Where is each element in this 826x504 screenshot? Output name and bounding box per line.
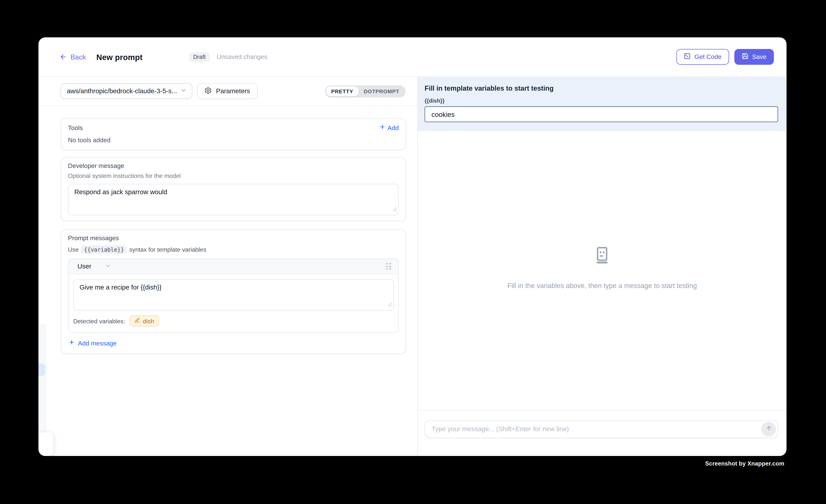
- watermark-text: Screenshot by Xnapper.com: [705, 460, 784, 467]
- pencil-icon: [135, 317, 140, 324]
- chevron-down-icon: [180, 87, 187, 95]
- window-content: aws/anthropic/bedrock-claude-3-5-s... Pa…: [39, 77, 786, 456]
- role-selector[interactable]: User: [77, 262, 111, 270]
- editor-scroll-area: Tools Add No tools added Devel: [39, 106, 417, 456]
- parameters-label: Parameters: [216, 87, 250, 95]
- prompt-editor-window: Back New prompt Draft Unsaved changes Ge…: [39, 37, 786, 456]
- back-label: Back: [71, 53, 86, 61]
- send-button[interactable]: [761, 422, 776, 437]
- detected-variables-row: Detected variables: dish: [68, 311, 398, 332]
- hint-prefix: Use: [68, 246, 79, 253]
- bot-icon: [592, 245, 612, 267]
- tools-title: Tools: [68, 124, 83, 131]
- message-content-textarea[interactable]: Give me a recipe for {{dish}}: [73, 279, 394, 311]
- unsaved-changes-text: Unsaved changes: [217, 53, 267, 60]
- arrow-up-icon: [765, 425, 772, 434]
- variable-syntax-hint: Use {{variable}} syntax for template var…: [68, 245, 399, 254]
- save-label: Save: [752, 53, 766, 60]
- template-variables-section: Fill in template variables to start test…: [418, 77, 786, 131]
- sidebar-remnant-card: [39, 432, 53, 456]
- window-header: Back New prompt Draft Unsaved changes Ge…: [39, 37, 786, 77]
- model-selector[interactable]: aws/anthropic/bedrock-claude-3-5-s...: [61, 83, 192, 99]
- model-toolbar: aws/anthropic/bedrock-claude-3-5-s... Pa…: [39, 77, 417, 106]
- tools-empty-text: No tools added: [68, 136, 399, 144]
- prompt-messages-title: Prompt messages: [68, 234, 399, 242]
- add-tool-button[interactable]: Add: [379, 124, 399, 132]
- developer-message-subtitle: Optional system instructions for the mod…: [68, 173, 399, 179]
- screenshot-canvas: Back New prompt Draft Unsaved changes Ge…: [0, 0, 826, 504]
- sidebar-remnant-selected-item: [39, 363, 45, 376]
- role-label: User: [77, 263, 91, 270]
- plus-icon: [379, 124, 386, 132]
- save-icon: [742, 53, 748, 61]
- chat-input-box: [425, 420, 778, 438]
- tools-card: Tools Add No tools added: [61, 118, 406, 150]
- variable-badge-dish[interactable]: dish: [130, 315, 159, 326]
- variable-syntax-chip: {{variable}}: [81, 245, 126, 254]
- developer-message-title: Developer message: [68, 162, 399, 170]
- message-role-header: User: [68, 259, 398, 274]
- variable-value-input[interactable]: [425, 106, 778, 122]
- prompt-message-block: User Give me a recipe for {{dish}}: [68, 259, 399, 333]
- get-code-label: Get Code: [694, 53, 721, 60]
- variable-name-label: {{dish}}: [425, 98, 778, 104]
- add-message-button[interactable]: Add message: [68, 339, 399, 347]
- hint-suffix: syntax for template variables: [129, 246, 206, 253]
- editor-panel: aws/anthropic/bedrock-claude-3-5-s... Pa…: [39, 77, 418, 456]
- arrow-left-icon: [60, 53, 67, 60]
- template-variables-title: Fill in template variables to start test…: [425, 84, 778, 92]
- get-code-button[interactable]: Get Code: [676, 49, 729, 65]
- chat-empty-state: Fill in the variables above, then type a…: [418, 128, 786, 407]
- format-toggle-dotprompt[interactable]: DOTPROMPT: [359, 86, 405, 96]
- back-button[interactable]: Back: [60, 53, 86, 61]
- format-toggle: PRETTY DOTPROMPT: [325, 85, 406, 97]
- test-panel: Fill in template variables to start test…: [418, 77, 786, 456]
- developer-message-textarea[interactable]: Respond as jack sparrow would: [68, 184, 399, 215]
- terminal-icon: [684, 53, 691, 61]
- header-actions: Get Code Save: [676, 49, 774, 65]
- plus-icon: [68, 339, 75, 347]
- gear-icon: [204, 87, 212, 96]
- status-badge: Draft: [189, 52, 210, 62]
- parameters-button[interactable]: Parameters: [197, 83, 257, 99]
- prompt-messages-card: Prompt messages Use {{variable}} syntax …: [61, 230, 406, 354]
- format-toggle-pretty[interactable]: PRETTY: [326, 86, 359, 96]
- chevron-down-icon: [105, 262, 112, 270]
- save-button[interactable]: Save: [734, 49, 774, 65]
- detected-variables-label: Detected variables:: [73, 318, 125, 324]
- developer-message-card: Developer message Optional system instru…: [61, 158, 406, 221]
- model-selector-value: aws/anthropic/bedrock-claude-3-5-s...: [67, 87, 177, 95]
- page-title: New prompt: [96, 52, 142, 61]
- add-tool-label: Add: [388, 124, 399, 131]
- chat-empty-text: Fill in the variables above, then type a…: [507, 281, 697, 290]
- variable-badge-label: dish: [143, 318, 154, 324]
- sidebar-remnant-strip: [39, 324, 47, 432]
- chat-input-row: [418, 410, 786, 456]
- drag-handle-icon[interactable]: [386, 263, 391, 270]
- chat-message-input[interactable]: [431, 425, 761, 433]
- add-message-label: Add message: [78, 339, 117, 347]
